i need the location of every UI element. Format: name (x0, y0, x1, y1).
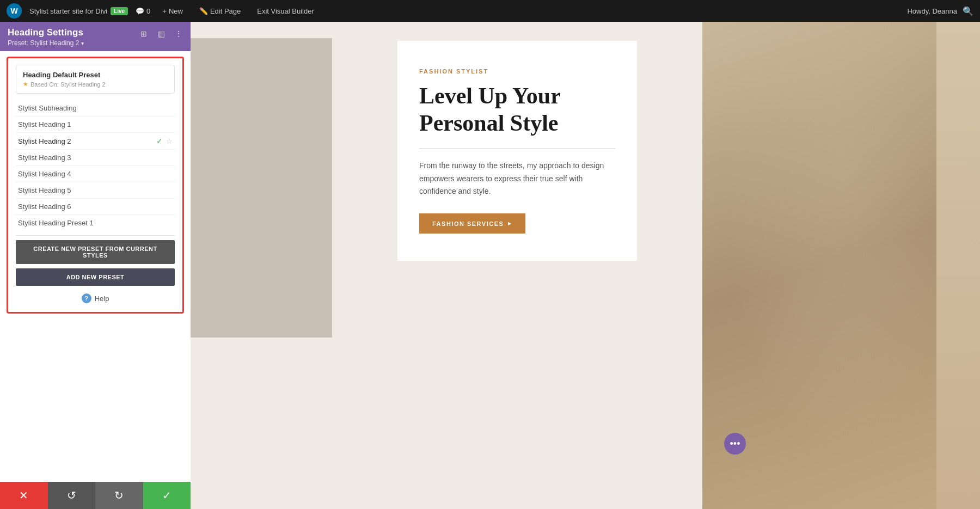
preview-columns: FASHION STYLIST Level Up Your Personal S… (191, 22, 980, 509)
preset-box: Heading Default Preset ★ Based On: Styli… (7, 57, 184, 314)
preset-item-label: Stylist Heading 2 (18, 137, 71, 145)
preset-item-label: Stylist Subheading (18, 104, 77, 112)
preset-subtitle[interactable]: Preset: Stylist Heading 2 ▾ (8, 39, 183, 47)
bottom-toolbar: ✕ ↺ ↻ ✓ (0, 482, 191, 509)
add-preset-button[interactable]: ADD NEW PRESET (16, 268, 175, 286)
cta-arrow: ▸ (508, 220, 512, 227)
divider-line (419, 148, 615, 149)
sidebar-header-icons: ⊞ ▥ ⋮ (137, 27, 185, 40)
preview-area: FASHION STYLIST Level Up Your Personal S… (191, 22, 980, 509)
live-badge: Live (111, 7, 128, 15)
dots-icon: ••• (730, 438, 740, 450)
star-icon[interactable]: ☆ (166, 137, 173, 145)
redo-button[interactable]: ↻ (95, 482, 143, 509)
help-label: Help (95, 295, 109, 303)
check-icon: ✓ (156, 137, 163, 145)
preset-label: Preset: Stylist Heading 2 (8, 39, 79, 47)
more-options-icon[interactable]: ⋮ (172, 27, 185, 40)
preset-item-label: Stylist Heading 5 (18, 186, 71, 194)
admin-bar-right: Howdy, Deanna 🔍 (907, 6, 973, 16)
admin-bar-left: W Stylist starter site for Divi Live 💬 0… (7, 3, 898, 19)
close-icon: ✕ (19, 489, 28, 502)
save-button[interactable]: ✓ (143, 482, 191, 509)
preset-item-heading5[interactable]: Stylist Heading 5 (16, 182, 175, 199)
redo-icon: ↻ (114, 489, 124, 502)
main-layout: Heading Settings Preset: Stylist Heading… (0, 22, 980, 509)
new-button[interactable]: + New (158, 5, 187, 17)
plus-icon: + (162, 7, 167, 15)
admin-bar: W Stylist starter site for Divi Live 💬 0… (0, 0, 980, 22)
user-greeting: Howdy, Deanna (907, 7, 957, 15)
layout-icon[interactable]: ⊞ (137, 27, 150, 40)
preset-item-heading2[interactable]: Stylist Heading 2 ✓ ☆ (16, 133, 175, 150)
preset-item-heading1[interactable]: Stylist Heading 1 (16, 116, 175, 133)
preset-list: Stylist Subheading Stylist Heading 1 Sty… (16, 100, 175, 231)
center-column: FASHION STYLIST Level Up Your Personal S… (332, 22, 702, 509)
right-strip (936, 22, 980, 509)
edit-page-label: Edit Page (210, 7, 241, 15)
comment-bubble-icon: 💬 (136, 7, 144, 15)
fashion-label: FASHION STYLIST (419, 68, 615, 75)
based-on-text: Based On: Stylist Heading 2 (30, 81, 106, 88)
search-icon[interactable]: 🔍 (963, 6, 973, 16)
close-button[interactable]: ✕ (0, 482, 48, 509)
columns-icon[interactable]: ▥ (155, 27, 168, 40)
chevron-down-icon: ▾ (81, 40, 84, 46)
preset-item-heading3[interactable]: Stylist Heading 3 (16, 150, 175, 166)
help-row[interactable]: ? Help (16, 293, 175, 303)
main-content: FASHION STYLIST Level Up Your Personal S… (191, 22, 980, 509)
site-name[interactable]: Stylist starter site for Divi (29, 7, 107, 15)
undo-icon: ↺ (67, 489, 76, 502)
exit-label: Exit Visual Builder (257, 7, 314, 15)
edit-page-button[interactable]: ✏️ Edit Page (195, 5, 245, 17)
main-heading: Level Up Your Personal Style (419, 82, 615, 137)
pencil-icon: ✏️ (199, 7, 208, 15)
sidebar-header: Heading Settings Preset: Stylist Heading… (0, 22, 191, 51)
comment-number: 0 (146, 7, 150, 15)
wordpress-icon[interactable]: W (7, 3, 22, 19)
left-column (191, 38, 332, 338)
preset-item-label: Stylist Heading 1 (18, 120, 71, 128)
undo-button[interactable]: ↺ (48, 482, 96, 509)
preset-item-label: Stylist Heading 3 (18, 154, 71, 162)
default-preset-sub: ★ Based On: Stylist Heading 2 (23, 81, 168, 88)
sidebar: Heading Settings Preset: Stylist Heading… (0, 22, 191, 509)
preset-item-heading6[interactable]: Stylist Heading 6 (16, 199, 175, 215)
new-label: New (169, 7, 183, 15)
white-card: FASHION STYLIST Level Up Your Personal S… (397, 41, 637, 261)
help-icon: ? (82, 293, 91, 303)
star-icon: ★ (23, 81, 28, 88)
preset-item-label: Stylist Heading Preset 1 (18, 219, 94, 227)
create-preset-button[interactable]: CREATE NEW PRESET FROM CURRENT STYLES (16, 240, 175, 264)
preset-item-label: Stylist Heading 4 (18, 170, 71, 178)
preset-divider (16, 235, 175, 236)
preset-item-label: Stylist Heading 6 (18, 203, 71, 211)
site-name-badge: Stylist starter site for Divi Live (29, 7, 128, 15)
preset-item-icons: ✓ ☆ (156, 137, 173, 145)
preset-item-heading4[interactable]: Stylist Heading 4 (16, 166, 175, 182)
cta-button[interactable]: FASHION SERVICES ▸ (419, 213, 525, 234)
cta-label: FASHION SERVICES (432, 220, 504, 227)
comment-count[interactable]: 💬 0 (136, 7, 150, 15)
save-icon: ✓ (162, 489, 171, 502)
preset-item-subheading[interactable]: Stylist Subheading (16, 100, 175, 116)
body-text: From the runway to the streets, my appro… (419, 160, 615, 198)
preset-item-preset1[interactable]: Stylist Heading Preset 1 (16, 215, 175, 231)
default-preset-title: Heading Default Preset (23, 71, 168, 79)
float-menu-button[interactable]: ••• (724, 433, 746, 455)
default-preset-item[interactable]: Heading Default Preset ★ Based On: Styli… (16, 65, 175, 94)
exit-builder-button[interactable]: Exit Visual Builder (253, 5, 318, 17)
